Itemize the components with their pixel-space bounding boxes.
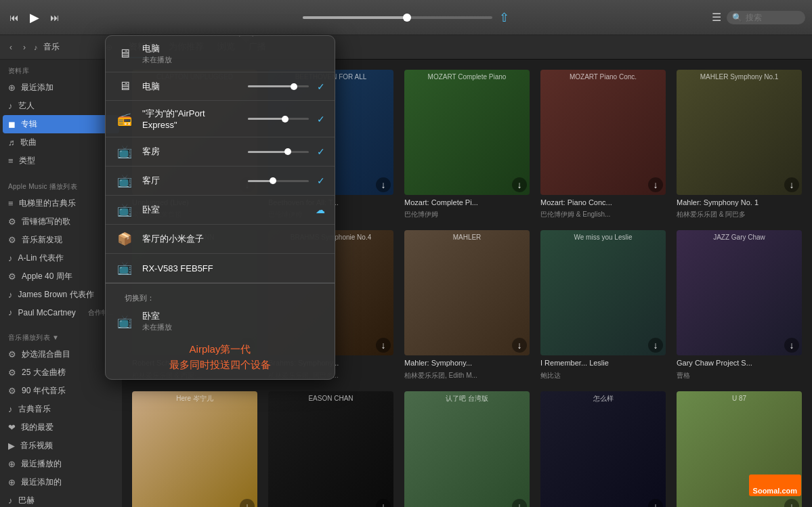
sidebar-item-favorites[interactable]: ❤ 我的最爱 (0, 418, 122, 437)
airplay-button[interactable]: ⇧ (499, 10, 509, 25)
sidebar-item-jamesbrown[interactable]: ♪ James Brown 代表作 (0, 286, 122, 304)
sidebar-item-classical[interactable]: ♪ 古典音乐 (0, 400, 122, 418)
sidebar-item-mccartney[interactable]: ♪ Paul McCartney 合作特... (0, 304, 122, 321)
nav-music-label: 音乐 (43, 41, 60, 53)
library-section-label: 资料库 (0, 60, 122, 79)
list-button[interactable]: ☰ (712, 11, 721, 24)
album-download-button[interactable]: ↓ (648, 499, 663, 507)
xiaomi-icon: 📦 (115, 232, 134, 246)
sidebar-item-music-video[interactable]: ▶ 音乐视频 (0, 437, 122, 455)
album-card[interactable]: MOZART Piano Conc.↓Mozart: Piano Conc...… (540, 70, 666, 219)
album-title: Mahler: Symphony... (404, 358, 530, 368)
sidebar: ‹ › ♪ 音乐 ⊕ 资料库 ⊕ 最近添加 ♪ 艺人 ◼ 专辑 ♬ 歌曲 ≡ 类… (0, 35, 122, 507)
sidebar-item-top25[interactable]: ⚙ 25 大金曲榜 (0, 363, 122, 382)
prev-button[interactable]: ⏮ (7, 9, 22, 26)
sidebar-item-thunder[interactable]: ⚙ 雷锤德写的歌 (0, 213, 122, 231)
soomal-badge: S Soomal.com (749, 475, 801, 496)
sidebar-item-recent-added[interactable]: ⊕ 最近添加 (0, 79, 122, 97)
album-art-a12: EASON CHAN↓ (268, 391, 393, 507)
device-info-xiaomi: 客厅的小米盒子 (142, 233, 325, 245)
album-download-button[interactable]: ↓ (512, 177, 527, 192)
bedroom-icon: 📺 (115, 202, 134, 217)
device-slider-room[interactable] (248, 151, 309, 153)
sidebar-item-label: 电梯里的古典乐 (19, 198, 76, 209)
sidebar-item-90s[interactable]: ⚙ 90 年代音乐 (0, 382, 122, 400)
album-download-button[interactable]: ↓ (376, 499, 391, 507)
living-icon: 📺 (115, 173, 134, 188)
sidebar-item-artists[interactable]: ♪ 艺人 (0, 97, 122, 115)
search-box: 🔍 (727, 11, 805, 24)
sidebar-item-discover[interactable]: ⚙ 音乐新发现 (0, 231, 122, 249)
album-art-a13: 认了吧 台湾版↓ (404, 391, 530, 507)
album-artist: 巴伦博伊姆 & English... (540, 210, 666, 219)
album-download-button[interactable]: ↓ (240, 499, 255, 507)
sidebar-item-albums[interactable]: ◼ 专辑 (3, 115, 119, 133)
play-button[interactable]: ▶ (27, 7, 42, 28)
mccartney-icon: ♪ (8, 307, 13, 317)
top-bar: ⏮ ▶ ⏭ ⇧ ☰ 🔍 (0, 0, 812, 35)
device-name-bedroom: 卧室 (142, 204, 238, 216)
classical-icon: ♪ (8, 404, 13, 414)
search-input[interactable] (746, 13, 800, 22)
sidebar-item-recent-played[interactable]: ⊕ 最近播放的 (0, 455, 122, 473)
popup-device-bedroom: 📺 卧室 ☁ (106, 196, 335, 225)
album-card[interactable]: MOZART Complete Piano↓Mozart: Complete P… (404, 70, 530, 219)
album-download-button[interactable]: ↓ (648, 177, 663, 192)
sidebar-item-songs[interactable]: ♬ 歌曲 (0, 133, 122, 152)
album-art-a9: We miss you Leslie↓ (540, 230, 666, 355)
albums-icon: ◼ (8, 119, 16, 129)
cloud-bedroom[interactable]: ☁ (316, 204, 325, 215)
album-download-button[interactable]: ↓ (376, 177, 391, 192)
album-card[interactable]: EASON CHAN↓陈奕迅 (广东精选)陈奕迅 (268, 391, 393, 507)
device-slider-living[interactable] (248, 180, 309, 182)
songs-icon: ♬ (8, 137, 15, 148)
sidebar-item-bach[interactable]: ♪ 巴赫 (0, 491, 122, 507)
device-name-rxv583: RX-V583 FEB5FF (142, 263, 325, 273)
album-card[interactable]: MAHLER Symphony No.1↓Mahler: Symphony No… (677, 70, 802, 219)
album-art-text: U 87 (677, 391, 802, 405)
album-download-button[interactable]: ↓ (376, 338, 391, 353)
album-download-button[interactable]: ↓ (784, 499, 799, 507)
album-card[interactable]: We miss you Leslie↓I Remember... Leslie鲍… (540, 230, 666, 380)
discover-icon: ⚙ (8, 235, 16, 245)
my-playlists-label[interactable]: 音乐播放列表 ▼ (0, 326, 122, 345)
next-button[interactable]: ⏭ (47, 9, 62, 26)
device-slider-airport[interactable] (248, 118, 309, 120)
back-button[interactable]: ‹ (7, 41, 15, 53)
bach-icon: ♪ (8, 495, 13, 506)
sidebar-item-label: Apple 40 周年 (22, 271, 72, 282)
album-download-button[interactable]: ↓ (512, 499, 527, 507)
album-card[interactable]: JAZZ Gary Chaw↓Gary Chaw Project S...曹格 (677, 230, 802, 380)
album-title: Mahler: Symphony No. 1 (677, 198, 802, 207)
popup-device-airport: 📻 "宇为"的"AirPort Express" ✓ (106, 101, 335, 137)
album-card[interactable]: 认了吧 台湾版↓认了吧 (台湾版)陈奕迅 (404, 391, 530, 507)
sidebar-item-elevator[interactable]: ≡ 电梯里的古典乐 (0, 194, 122, 213)
sidebar-item-mix[interactable]: ⚙ 妙选混合曲目 (0, 345, 122, 363)
sidebar-item-apple40[interactable]: ⚙ Apple 40 周年 (0, 267, 122, 286)
recent-added-icon: ⊕ (8, 83, 16, 93)
mix-icon: ⚙ (8, 349, 16, 359)
album-download-button[interactable]: ↓ (512, 338, 527, 353)
sidebar-item-label: 我的最爱 (21, 422, 54, 433)
progress-track[interactable] (303, 16, 492, 19)
device-name-computer: 电脑 (142, 81, 240, 93)
device-slider-computer[interactable] (248, 85, 309, 87)
sidebar-item-genres[interactable]: ≡ 类型 (0, 152, 122, 170)
album-title: Gary Chaw Project S... (677, 358, 802, 368)
album-download-button[interactable]: ↓ (784, 177, 799, 192)
album-download-button[interactable]: ↓ (784, 338, 799, 353)
sidebar-item-alin[interactable]: ♪ A-Lin 代表作 (0, 249, 122, 267)
album-card[interactable]: 怎么样↓怎么样陈奕迅 (540, 391, 666, 507)
device-info-switch: 卧室 未在播放 (142, 310, 325, 332)
music-icon: ♪ (34, 43, 38, 51)
album-card[interactable]: MAHLER↓Mahler: Symphony...柏林爱乐乐团, Edith … (404, 230, 530, 380)
slider-thumb-living (270, 177, 276, 184)
album-art-a8: MAHLER↓ (404, 230, 530, 355)
forward-button[interactable]: › (20, 41, 28, 53)
popup-device-switch: 📺 卧室 未在播放 (115, 306, 325, 336)
album-download-button[interactable]: ↓ (648, 338, 663, 353)
sidebar-item-recent-added2[interactable]: ⊕ 最近添加的 (0, 473, 122, 491)
rxv583-icon: 📺 (115, 261, 134, 275)
check-computer: ✓ (317, 81, 325, 92)
album-card[interactable]: Here 岑宁儿↓Here岑宁儿 (132, 391, 257, 507)
